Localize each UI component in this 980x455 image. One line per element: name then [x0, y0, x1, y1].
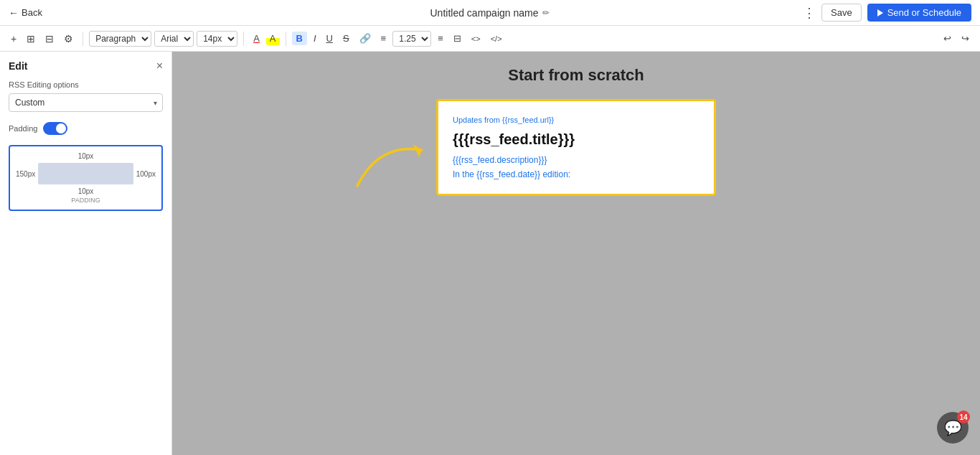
send-schedule-button[interactable]: Send or Schedule	[867, 4, 971, 22]
link-button[interactable]: 🔗	[356, 32, 374, 45]
pad-top-value: 10px	[16, 152, 156, 160]
strikethrough-button[interactable]: S	[339, 32, 353, 45]
edit-sidebar: Edit × RSS Editing options Custom ▾ Padd…	[0, 52, 172, 455]
save-button[interactable]: Save	[821, 4, 862, 22]
nav-right: ⋮ Save Send or Schedule	[803, 4, 971, 22]
pad-left-value: 150px	[16, 170, 35, 178]
back-label: Back	[22, 7, 42, 18]
pad-right-value: 100px	[136, 170, 156, 178]
canvas-title: Start from scratch	[508, 66, 644, 85]
toolbar-sep-2	[243, 32, 244, 46]
redo-button[interactable]: ↪	[958, 32, 973, 45]
nav-center: Untitled campaign name ✏	[430, 7, 550, 19]
pad-bottom-value: 10px	[16, 187, 156, 195]
line-spacing-select[interactable]: 1.25	[392, 31, 431, 47]
italic-button[interactable]: I	[310, 32, 320, 45]
font-size-select[interactable]: 14px	[197, 31, 237, 47]
rss-options-select[interactable]: Custom	[9, 93, 163, 112]
padding-toggle[interactable]	[43, 122, 67, 135]
add-element-button[interactable]: +	[7, 31, 20, 47]
padding-row: Padding	[9, 122, 163, 135]
rss-url-text: Updates from {{rss_feed.url}}	[453, 116, 699, 124]
padding-label: Padding	[9, 124, 37, 133]
underline-button[interactable]: U	[323, 32, 336, 45]
rss-date-text: In the {{rss_feed.date}} edition:	[453, 169, 699, 179]
code-block-button[interactable]: </>	[487, 33, 506, 44]
filter-button[interactable]: ⊟	[42, 31, 57, 47]
chat-badge: 14	[957, 411, 970, 423]
send-icon	[877, 9, 883, 17]
sidebar-title: Edit	[9, 60, 27, 72]
main-layout: Edit × RSS Editing options Custom ▾ Padd…	[0, 52, 980, 455]
toolbar-sep-1	[83, 32, 83, 46]
pad-inner-box	[38, 163, 133, 184]
rss-section-label: RSS Editing options	[9, 80, 163, 89]
content-card: Updates from {{rss_feed.url}} {{{rss_fee…	[436, 99, 716, 196]
rss-desc-text: {{{rss_feed.description}}}	[453, 155, 699, 165]
nav-left: ← Back	[9, 7, 42, 19]
svg-marker-0	[413, 144, 422, 157]
rss-options-dropdown-wrapper: Custom ▾	[9, 93, 163, 112]
font-color-button[interactable]: A	[250, 32, 263, 45]
bold-button[interactable]: B	[292, 32, 307, 45]
toggle-knob	[56, 123, 66, 133]
layers-button[interactable]: ⊞	[23, 31, 39, 47]
back-button[interactable]: ← Back	[9, 7, 42, 19]
highlight-button[interactable]: A	[266, 32, 280, 45]
list-button[interactable]: ≡	[434, 32, 447, 45]
pad-middle-row: 150px 100px	[16, 163, 156, 184]
pad-inner-label: PADDING	[16, 197, 156, 204]
more-options-button[interactable]: ⋮	[803, 6, 816, 19]
list2-button[interactable]: ⊟	[450, 32, 465, 45]
edit-pencil-icon[interactable]: ✏	[542, 8, 550, 18]
rss-title-text: {{{rss_feed.title}}}	[453, 131, 699, 148]
undo-button[interactable]: ↩	[940, 32, 955, 45]
back-arrow-icon: ←	[9, 7, 19, 19]
toolbar-right: ↩ ↪	[940, 32, 973, 45]
chat-bubble-button[interactable]: 💬 14	[937, 412, 969, 444]
content-card-wrapper: Updates from {{rss_feed.url}} {{{rss_fee…	[436, 99, 716, 196]
font-select[interactable]: Arial	[154, 31, 194, 47]
settings-button[interactable]: ⚙	[60, 31, 77, 47]
inline-code-button[interactable]: <>	[468, 33, 484, 44]
toolbar-sep-3	[286, 32, 286, 46]
align-button[interactable]: ≡	[377, 32, 390, 45]
canvas-area: Start from scratch Updates from {{rss_fe…	[172, 52, 980, 455]
padding-diagram: 10px 150px 100px 10px PADDING	[9, 145, 163, 211]
campaign-title: Untitled campaign name	[430, 7, 539, 19]
editor-toolbar: + ⊞ ⊟ ⚙ Paragraph Arial 14px A A B I U S…	[0, 26, 980, 52]
paragraph-select[interactable]: Paragraph	[89, 31, 151, 47]
sidebar-close-button[interactable]: ×	[156, 60, 163, 72]
arrow-decoration	[350, 128, 436, 193]
send-schedule-label: Send or Schedule	[887, 7, 961, 18]
sidebar-header: Edit ×	[9, 60, 163, 72]
top-nav: ← Back Untitled campaign name ✏ ⋮ Save S…	[0, 0, 980, 26]
